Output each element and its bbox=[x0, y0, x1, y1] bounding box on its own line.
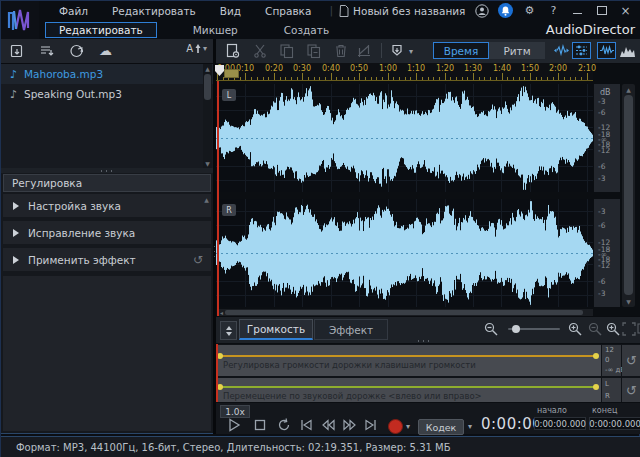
loop-button[interactable] bbox=[276, 417, 292, 433]
ruler-tick: 1:10 bbox=[407, 64, 425, 73]
waveform-horizontal-scrollbar[interactable]: ◂ bbox=[217, 309, 593, 316]
waveform-vertical-scrollbar[interactable]: ▲ ▼ bbox=[622, 84, 635, 307]
mode-beat-button[interactable]: Ритм bbox=[489, 42, 545, 59]
settings-gear-icon[interactable]: ⚙ bbox=[522, 3, 537, 18]
stretch-tool-icon[interactable] bbox=[552, 42, 571, 59]
tab-edit[interactable]: Редактировать bbox=[45, 22, 157, 38]
envelope-node[interactable] bbox=[593, 384, 599, 390]
volume-reset-icon[interactable]: ↺ bbox=[622, 345, 640, 376]
rewind-button[interactable] bbox=[320, 417, 336, 433]
tab-create[interactable]: Создать bbox=[274, 23, 339, 37]
cloud-icon[interactable]: ☁ bbox=[99, 43, 115, 59]
import-media-icon[interactable] bbox=[9, 43, 25, 59]
library-toolbar: ☁ A ▾ bbox=[1, 39, 213, 64]
range-start-value[interactable]: 0:00:00.000 bbox=[534, 417, 586, 430]
tab-mixer[interactable]: Микшер bbox=[183, 23, 248, 37]
file-row-selected[interactable]: ♪ Mahoroba.mp3 bbox=[1, 64, 213, 84]
accordion-audio-setup[interactable]: Настройка звука bbox=[3, 194, 211, 219]
accordion-apply-effect[interactable]: Применить эффект ↺ bbox=[3, 248, 211, 273]
zoom-in-vertical-icon[interactable] bbox=[606, 322, 621, 337]
fast-forward-button[interactable] bbox=[342, 417, 358, 433]
pan-reset-icon[interactable]: ↺ bbox=[622, 378, 640, 402]
pan-envelope-line[interactable] bbox=[218, 386, 598, 388]
marker-dropdown-caret[interactable]: ▾ bbox=[409, 47, 425, 63]
volume-envelope-lane[interactable]: Регулировка громкости дорожки клавишами … bbox=[216, 345, 601, 376]
channel-right-badge: R bbox=[222, 204, 236, 216]
timeline-ruler[interactable]: 0:00 0:10 0:20 0:30 0:40 0:50 1:00 1:10 … bbox=[216, 63, 593, 81]
zoom-slider[interactable] bbox=[508, 328, 560, 330]
channel-mixer-view-icon[interactable] bbox=[572, 42, 591, 59]
channel-right-lane[interactable]: R bbox=[216, 199, 593, 307]
tab-effect[interactable]: Эффект bbox=[314, 319, 388, 340]
expand-arrow-icon bbox=[13, 202, 19, 210]
file-row[interactable]: ♪ Speaking Out.mp3 bbox=[1, 84, 213, 104]
waveform-editor: ▾ Время Ритм 0:00 0:10 0:20 0:30 bbox=[216, 39, 640, 434]
record-button[interactable] bbox=[388, 419, 403, 434]
zoom-slider-knob[interactable] bbox=[512, 325, 520, 333]
channel-left-badge: L bbox=[222, 89, 236, 101]
zoom-out-horizontal-icon[interactable] bbox=[484, 322, 499, 337]
brand-name: AudioDirector bbox=[546, 22, 635, 37]
sort-caret-icon: ▾ bbox=[203, 44, 207, 53]
ruler-tick: 0:20 bbox=[265, 64, 283, 73]
ruler-tick: 1:30 bbox=[464, 64, 482, 73]
media-file-list: ♪ Mahoroba.mp3 ♪ Speaking Out.mp3 ▲ ▼ bbox=[1, 64, 213, 168]
accordion-audio-repair[interactable]: Исправление звука bbox=[3, 221, 211, 246]
maximize-button[interactable] bbox=[594, 3, 609, 18]
editor-toolbar: ▾ Время Ритм bbox=[216, 39, 640, 64]
download-sounds-icon[interactable] bbox=[69, 43, 85, 59]
import-playlist-icon[interactable] bbox=[39, 43, 55, 59]
volume-envelope-line[interactable] bbox=[218, 355, 598, 357]
go-to-end-button[interactable] bbox=[363, 417, 379, 433]
titlebar: Файл Редактировать Вид Справка | Новый б… bbox=[1, 1, 640, 20]
codec-button[interactable]: Кодек bbox=[418, 419, 464, 435]
adjustment-scrollbar[interactable]: ▲ bbox=[202, 195, 211, 275]
collapse-expand-button[interactable] bbox=[220, 321, 237, 340]
sort-arrow-icon bbox=[195, 44, 201, 53]
codec-dropdown-caret[interactable]: ▾ bbox=[468, 422, 472, 431]
audiodirector-window: Файл Редактировать Вид Справка | Новый б… bbox=[0, 0, 640, 457]
zoom-out-vertical-icon[interactable] bbox=[588, 322, 603, 337]
fit-to-window-icon[interactable] bbox=[622, 322, 637, 337]
channel-left-lane[interactable]: L bbox=[216, 84, 593, 192]
panel-splitter[interactable] bbox=[1, 168, 213, 173]
copy-icon[interactable] bbox=[279, 43, 295, 59]
spectrum-view-icon[interactable] bbox=[618, 42, 637, 59]
properties-icon[interactable] bbox=[225, 43, 241, 59]
mode-time-button[interactable]: Время bbox=[433, 42, 489, 59]
ruler-tick: 1:00 bbox=[379, 64, 397, 73]
account-icon[interactable] bbox=[474, 3, 489, 18]
play-button[interactable] bbox=[226, 417, 242, 433]
zoom-in-horizontal-icon[interactable] bbox=[568, 322, 583, 337]
cut-icon[interactable] bbox=[252, 43, 268, 59]
envelope-node[interactable] bbox=[593, 353, 599, 359]
library-scrollbar[interactable]: ▲ ▼ bbox=[203, 64, 212, 168]
trim-icon[interactable] bbox=[356, 43, 372, 59]
paste-icon[interactable] bbox=[306, 43, 322, 59]
help-icon[interactable]: ? bbox=[546, 3, 561, 18]
menu-edit[interactable]: Редактировать bbox=[100, 5, 208, 17]
menu-help[interactable]: Справка bbox=[253, 5, 323, 17]
file-info-text: Формат: MP3, 44100Гц, 16-бит, Стерео, Дл… bbox=[16, 442, 451, 453]
waveform-view-icon[interactable] bbox=[597, 42, 616, 59]
playhead-line bbox=[217, 81, 219, 316]
close-button[interactable]: × bbox=[618, 3, 633, 18]
stop-button[interactable] bbox=[252, 417, 268, 433]
delete-icon[interactable] bbox=[333, 43, 349, 59]
record-dropdown-caret[interactable]: ▾ bbox=[406, 422, 410, 431]
notification-bell-icon[interactable] bbox=[498, 3, 513, 18]
range-start-label: начало bbox=[537, 406, 567, 415]
minimize-button[interactable] bbox=[570, 3, 585, 18]
menu-file[interactable]: Файл bbox=[47, 5, 100, 17]
menu-view[interactable]: Вид bbox=[208, 5, 253, 17]
volume-envelope-label: Регулировка громкости дорожки клавишами … bbox=[223, 360, 476, 370]
marker-icon[interactable] bbox=[389, 43, 405, 59]
tab-volume[interactable]: Громкость bbox=[239, 319, 313, 340]
sort-control[interactable]: A ▾ bbox=[186, 43, 207, 54]
ruler-tick: 2:10 bbox=[578, 64, 596, 73]
pan-envelope-lane[interactable]: Перемещение по звуковой дорожке <влево и… bbox=[216, 378, 601, 402]
go-to-start-button[interactable] bbox=[298, 417, 314, 433]
range-end-value[interactable]: 0:00:00.000 bbox=[589, 417, 640, 430]
document-icon bbox=[339, 5, 349, 17]
adjustment-panel-title: Регулировка bbox=[3, 174, 211, 192]
